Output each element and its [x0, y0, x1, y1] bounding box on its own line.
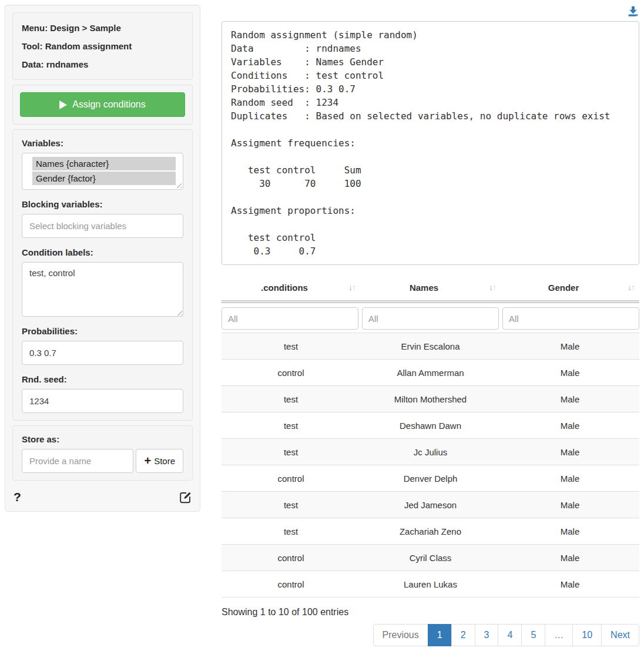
- column-header-conditions[interactable]: .conditions ↓↑: [222, 274, 360, 302]
- cell-name: Denver Delph: [360, 465, 501, 492]
- table-row: test Ervin Escalona Male: [222, 333, 639, 360]
- cell-gender: Male: [501, 386, 639, 412]
- tool-name: Tool: Random assignment: [22, 41, 183, 51]
- cell-gender: Male: [501, 333, 639, 360]
- condition-labels-wrap: test, control: [22, 262, 183, 317]
- pagination-ellipsis: …: [545, 624, 573, 646]
- download-row: [222, 5, 639, 20]
- cell-name: Deshawn Dawn: [360, 412, 501, 439]
- cell-conditions: control: [222, 545, 360, 571]
- store-as-label: Store as:: [22, 434, 183, 444]
- sort-icon: ↓↑: [489, 283, 496, 292]
- variables-label: Variables:: [22, 138, 183, 148]
- table-row: test Jc Julius Male: [222, 439, 639, 465]
- cell-name: Ervin Escalona: [360, 333, 501, 360]
- cell-conditions: test: [222, 386, 360, 412]
- column-label: Gender: [548, 283, 579, 293]
- cell-gender: Male: [501, 465, 639, 492]
- table-row: test Milton Mothershed Male: [222, 386, 639, 412]
- cell-gender: Male: [501, 545, 639, 571]
- store-name-input[interactable]: [22, 449, 133, 473]
- resize-handle-icon[interactable]: [176, 182, 182, 188]
- summary-output: Random assignment (simple random) Data :…: [222, 21, 639, 265]
- edit-report-icon[interactable]: [179, 491, 192, 504]
- assign-conditions-label: Assign conditions: [72, 99, 146, 110]
- table-row: control Denver Delph Male: [222, 465, 639, 492]
- column-label: .conditions: [261, 283, 308, 293]
- pagination-page-4[interactable]: 4: [498, 624, 522, 646]
- cell-conditions: test: [222, 333, 360, 360]
- cell-conditions: control: [222, 360, 360, 386]
- probabilities-input[interactable]: [22, 341, 183, 365]
- table-row: test Jed Jameson Male: [222, 492, 639, 518]
- column-header-gender[interactable]: Gender ↓↑: [501, 274, 639, 302]
- filter-input-conditions[interactable]: [222, 307, 358, 330]
- play-icon: [59, 100, 67, 109]
- column-label: Names: [410, 283, 438, 293]
- info-panel: Menu: Design > Sample Tool: Random assig…: [12, 12, 193, 80]
- sort-icon: ↓↑: [628, 283, 635, 292]
- cell-conditions: control: [222, 465, 360, 492]
- cell-gender: Male: [501, 360, 639, 386]
- condition-labels-label: Condition labels:: [22, 247, 183, 257]
- probabilities-label: Probabilities:: [22, 326, 183, 336]
- download-icon[interactable]: [627, 5, 639, 18]
- column-header-names[interactable]: Names ↓↑: [360, 274, 501, 302]
- table-row: control Allan Ammerman Male: [222, 360, 639, 386]
- pagination-next[interactable]: Next: [602, 624, 639, 646]
- form-panel: Variables: Names {character} Gender {fac…: [12, 129, 193, 421]
- plus-icon: +: [144, 455, 151, 467]
- store-button-label: Store: [154, 456, 175, 466]
- table-info: Showing 1 to 10 of 100 entries: [222, 607, 639, 618]
- sort-icon: ↓↑: [348, 283, 355, 292]
- table-row: test Deshawn Dawn Male: [222, 412, 639, 439]
- cell-conditions: test: [222, 439, 360, 465]
- assign-panel: Assign conditions: [12, 85, 193, 125]
- table-row: test Zachariah Zeno Male: [222, 518, 639, 545]
- cell-name: Milton Mothershed: [360, 386, 501, 412]
- cell-name: Jc Julius: [360, 439, 501, 465]
- sidebar: Menu: Design > Sample Tool: Random assig…: [5, 5, 200, 512]
- pagination-page-1[interactable]: 1: [428, 624, 452, 646]
- pagination-page-10[interactable]: 10: [573, 624, 602, 646]
- seed-input[interactable]: [22, 389, 183, 413]
- blocking-variables-label: Blocking variables:: [22, 199, 183, 209]
- sidebar-footer: ?: [12, 485, 193, 504]
- cell-name: Jed Jameson: [360, 492, 501, 518]
- table-row: control Lauren Lukas Male: [222, 571, 639, 598]
- filter-input-names[interactable]: [362, 307, 499, 330]
- filter-row: [222, 302, 639, 333]
- header-row: .conditions ↓↑ Names ↓↑ Gender ↓↑: [222, 274, 639, 302]
- store-panel: Store as: + Store: [12, 425, 193, 481]
- pagination-page-3[interactable]: 3: [475, 624, 499, 646]
- blocking-variables-input[interactable]: [22, 214, 183, 238]
- variables-option-gender[interactable]: Gender {factor}: [32, 172, 176, 185]
- cell-gender: Male: [501, 439, 639, 465]
- cell-gender: Male: [501, 571, 639, 598]
- cell-name: Allan Ammerman: [360, 360, 501, 386]
- table-row: control Cyril Class Male: [222, 545, 639, 571]
- pagination-previous[interactable]: Previous: [373, 624, 428, 646]
- pagination-page-2[interactable]: 2: [452, 624, 475, 646]
- cell-conditions: test: [222, 492, 360, 518]
- condition-labels-textarea[interactable]: test, control: [22, 262, 183, 317]
- variables-select[interactable]: Names {character} Gender {factor}: [22, 153, 183, 190]
- menu-breadcrumb: Menu: Design > Sample: [22, 23, 183, 33]
- pagination-row: Previous 1 2 3 4 5 … 10 Next: [222, 624, 639, 646]
- cell-gender: Male: [501, 412, 639, 439]
- cell-gender: Male: [501, 518, 639, 545]
- help-icon[interactable]: ?: [14, 490, 21, 504]
- store-button[interactable]: + Store: [136, 449, 183, 473]
- variables-option-names[interactable]: Names {character}: [32, 157, 176, 170]
- cell-gender: Male: [501, 492, 639, 518]
- cell-conditions: test: [222, 518, 360, 545]
- pagination-page-5[interactable]: 5: [522, 624, 545, 646]
- cell-name: Lauren Lukas: [360, 571, 501, 598]
- cell-name: Zachariah Zeno: [360, 518, 501, 545]
- assign-conditions-button[interactable]: Assign conditions: [20, 92, 185, 117]
- filter-input-gender[interactable]: [502, 307, 639, 330]
- cell-conditions: test: [222, 412, 360, 439]
- cell-conditions: control: [222, 571, 360, 598]
- seed-label: Rnd. seed:: [22, 374, 183, 384]
- dataset-name: Data: rndnames: [22, 59, 183, 69]
